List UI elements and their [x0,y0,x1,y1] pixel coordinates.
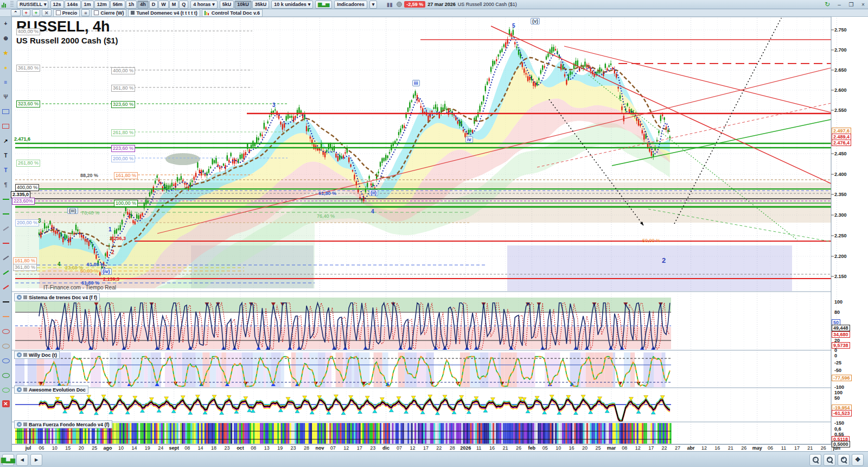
panel-settings-icon[interactable] [23,422,27,426]
hline-red-shape [3,243,9,244]
panel-close-icon[interactable]: × [17,387,22,392]
scroll-right-button[interactable]: ▸ [30,454,42,466]
tool-rectangle-icon[interactable] [1,122,11,130]
units-select[interactable]: 10 k unidades▾ [271,1,313,9]
tool-ruler-icon[interactable] [1,224,11,233]
elliott-wave-label: iv [465,136,473,143]
window-minimize-button[interactable]: – [834,1,844,9]
zoom-out-button[interactable]: − [824,454,835,466]
unit-button-35kU[interactable]: 35kU [252,1,270,9]
tool-delete-icon[interactable]: ✕ [2,400,10,407]
timeframe-button-144s[interactable]: 144s [65,1,81,9]
tool-alert-bell-icon[interactable]: ● [1,63,11,72]
ellipse-red-shape [2,329,10,334]
elliott-wave-label: 2 [662,256,666,264]
timeframe-button-12s[interactable]: 12s [50,1,64,9]
close-all-button[interactable]: ✕ [42,9,52,16]
time-axis-label: 13 [264,445,270,451]
tool-star-icon[interactable]: ★ [1,48,11,57]
time-axis[interactable]: jul0610152025ago10141924sept08141823oct0… [12,444,831,452]
window-close-button[interactable]: × [858,1,868,9]
price-axis-tick: 2.350 [834,192,847,197]
tool-diag-gray-icon[interactable] [1,254,11,262]
tool-magnet-icon[interactable]: ¶ [1,180,11,189]
pan-button[interactable]: ✥ [852,454,864,466]
tunnel-indicator-chip[interactable]: Tunel Domenec v4 (t t t t t) [128,9,200,17]
tool-ellipse-tan-icon[interactable] [1,342,11,350]
zoom-fit-button[interactable]: ↕ [809,454,821,466]
panel-header-barra[interactable]: × Barra Fuerza Fondo Mercado v4 (f) [14,420,112,428]
tool-crosshair-icon[interactable]: ⊕ [1,34,11,42]
scroll-left-button[interactable]: ◂ [16,454,28,466]
unit-button-10kU[interactable]: 10kU [234,1,252,9]
close-w-toggle[interactable]: Cierre (W) [91,9,126,17]
pause-button[interactable]: ▮▮ [385,1,394,9]
tool-diag-green-icon[interactable] [1,268,11,277]
panel-settings-icon[interactable] [23,388,27,392]
panel-close-icon[interactable]: × [17,295,22,300]
tool-ellipse-green-1-icon[interactable] [1,371,11,380]
indicators-dropdown[interactable]: ▾ [369,1,378,9]
price-axis-tick: 2.550 [834,108,847,113]
price-axis-tick: 2.450 [834,151,847,156]
close-w-checkbox[interactable] [94,10,99,15]
tool-cursor-icon[interactable]: + [1,19,11,28]
time-axis-label: 07 [330,445,336,451]
tool-hline-black-icon[interactable] [1,298,11,306]
tool-fib-fan-icon[interactable]: Ψ [1,92,11,101]
panel-settings-icon[interactable] [23,295,27,299]
tool-hline-red-icon[interactable] [1,239,11,248]
unit-button-5kU[interactable]: 5kU [220,1,234,9]
panel-header-sistema[interactable]: × Sistema de trenes Doc v4 (f f) [14,293,100,301]
panel-settings-icon[interactable] [23,353,27,357]
timeframe-button-1m[interactable]: 1m [81,1,94,9]
mini-chart-button[interactable]: ▆▂▅ [2,454,14,466]
timeframe-button-Q[interactable]: Q [179,1,188,9]
timeframe-button-12m[interactable]: 12m [94,1,110,9]
indicator-axis-tick: -150 [834,420,844,426]
tool-hline-green-2-icon[interactable] [1,210,11,218]
fib-level-label: 323,60 % [16,100,40,108]
indicators-button[interactable]: Indicadores [334,1,367,9]
time-axis-label: 26 [821,445,826,451]
timeframe-button-1h[interactable]: 1h [126,1,137,9]
collapse-toolbar-button[interactable]: ⌃ [11,9,21,16]
record-icon[interactable] [397,2,402,7]
control-total-chip[interactable]: Control Total Doc v.6 [202,9,263,17]
panel-header-awesome[interactable]: × Awesome Evolution Doc [14,386,88,394]
tool-ellipse-green-2-icon[interactable] [1,386,11,394]
window-restore-button[interactable]: ❐ [846,1,856,9]
timeframe-button-4h[interactable]: 4h [137,1,149,9]
timeframe-button-W[interactable]: W [158,1,169,9]
timeframe-button-D[interactable]: D [149,1,158,9]
panel-close-icon[interactable]: × [17,422,22,427]
tool-text-note-icon[interactable]: T [1,166,11,174]
tool-hline-green-1-icon[interactable] [1,195,11,204]
timeframe-button-M[interactable]: M [169,1,179,9]
price-toggle[interactable]: Precio [53,9,80,17]
tool-ellipse-red-icon[interactable] [1,327,11,336]
tool-ellipse-blue-icon[interactable] [1,356,11,365]
list-button[interactable]: ≡ [81,9,90,16]
add-green-button[interactable]: + [32,9,40,16]
timeframe-select[interactable]: 4 horas▾ [190,1,218,9]
panel-close-icon[interactable]: × [17,352,22,357]
timeframe-button-56m[interactable]: 56m [110,1,125,9]
symbol-select[interactable]: RUSSELL▾ [17,1,48,9]
tool-hline-orange-icon[interactable] [1,312,11,321]
tool-fib-retracement-icon[interactable]: ≡ [1,78,11,86]
tool-parallel-channel-icon[interactable] [1,107,11,116]
toolbar-grip[interactable] [10,1,14,8]
elliott-wave-label: 5 [512,23,515,29]
price-checkbox[interactable] [56,10,61,15]
panel-header-willy[interactable]: × Willy Doc (t) [14,351,60,359]
tool-text-icon[interactable]: T [1,151,11,160]
refresh-icon[interactable]: ↻ [822,1,832,9]
tool-trend-arrow-icon[interactable]: ↗ [1,136,11,145]
add-red-button[interactable]: + [22,9,30,16]
elliott-wave-label: (v) [531,18,540,24]
tool-diag-red-icon[interactable] [1,283,11,292]
chart-style-button[interactable]: ▆▂▅ [315,1,332,9]
fib-level-label: 361,80 % [111,85,135,92]
zoom-in-button[interactable]: + [838,454,850,466]
